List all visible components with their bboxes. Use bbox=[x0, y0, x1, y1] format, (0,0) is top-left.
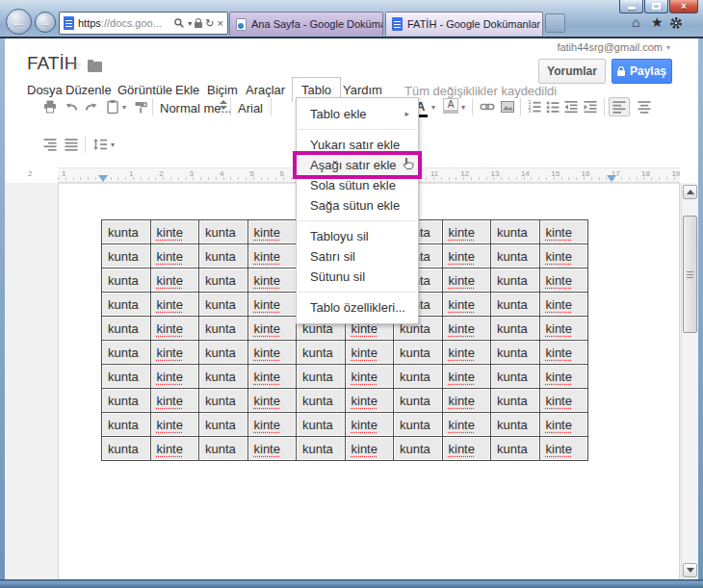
menubar-item-4[interactable]: Ekle bbox=[175, 83, 199, 97]
table-cell[interactable]: kinte bbox=[539, 317, 588, 341]
highlight-color-button[interactable]: A bbox=[443, 98, 458, 114]
home-icon[interactable]: ⌂ bbox=[632, 15, 639, 29]
table-cell[interactable]: kinte bbox=[150, 268, 199, 293]
table-cell[interactable]: kunta bbox=[102, 413, 151, 437]
table-cell[interactable]: kunta bbox=[102, 437, 151, 461]
table-cell[interactable]: kinte bbox=[539, 389, 588, 413]
scroll-up-button[interactable] bbox=[683, 185, 697, 199]
folder-icon[interactable] bbox=[88, 62, 102, 72]
table-cell[interactable]: kunta bbox=[491, 317, 540, 341]
table-cell[interactable]: kinte bbox=[539, 268, 588, 293]
font-select[interactable]: Arial bbox=[238, 101, 263, 115]
tab-ana-sayfa[interactable]: Ana Sayfa - Google Dokümanlar bbox=[229, 12, 383, 36]
table-cell[interactable]: kinte bbox=[442, 341, 491, 365]
table-cell[interactable]: kinte bbox=[345, 365, 394, 389]
search-icon[interactable] bbox=[173, 17, 185, 29]
table-cell[interactable]: kinte bbox=[442, 293, 491, 317]
table-cell[interactable]: kinte bbox=[247, 341, 297, 365]
table-cell[interactable]: kunta bbox=[297, 413, 346, 437]
table-cell[interactable]: kunta bbox=[102, 317, 151, 341]
comments-button[interactable]: Yorumlar bbox=[538, 59, 606, 84]
table-cell[interactable]: kinte bbox=[539, 413, 588, 437]
table-cell[interactable]: kinte bbox=[442, 317, 491, 341]
scroll-down-button[interactable] bbox=[683, 563, 697, 577]
table-cell[interactable]: kinte bbox=[150, 220, 199, 244]
table-cell[interactable]: kunta bbox=[297, 389, 346, 413]
table-cell[interactable]: kinte bbox=[442, 389, 491, 413]
table-cell[interactable]: kinte bbox=[150, 437, 199, 461]
table-menu-item[interactable]: Satırı sil bbox=[297, 246, 418, 267]
table-cell[interactable]: kunta bbox=[491, 244, 540, 268]
table-cell[interactable]: kunta bbox=[199, 268, 248, 293]
table-cell[interactable]: kunta bbox=[199, 437, 248, 461]
paste-button[interactable] bbox=[105, 99, 120, 115]
table-cell[interactable]: kinte bbox=[150, 413, 199, 437]
table-menu-item-highlighted[interactable]: Aşağı satır ekle bbox=[297, 155, 418, 175]
new-tab-button[interactable] bbox=[545, 13, 565, 33]
right-indent-marker[interactable] bbox=[607, 175, 616, 182]
table-cell[interactable]: kinte bbox=[150, 244, 199, 268]
style-updown-icon[interactable] bbox=[220, 100, 227, 110]
undo-button[interactable] bbox=[64, 99, 79, 115]
close-window-button[interactable]: × bbox=[669, 0, 698, 13]
table-cell[interactable]: kunta bbox=[102, 341, 151, 365]
share-button[interactable]: Paylaş bbox=[612, 59, 672, 84]
menubar-item-3[interactable]: Görüntüle bbox=[117, 83, 172, 97]
align-center-button[interactable] bbox=[637, 99, 652, 115]
table-cell[interactable]: kunta bbox=[491, 437, 540, 461]
table-cell[interactable]: kinte bbox=[345, 437, 394, 461]
table-cell[interactable]: kunta bbox=[199, 317, 248, 341]
table-cell[interactable]: kunta bbox=[491, 365, 540, 389]
table-cell[interactable]: kunta bbox=[199, 365, 248, 389]
table-cell[interactable]: kinte bbox=[247, 365, 297, 389]
table-cell[interactable]: kinte bbox=[150, 389, 199, 413]
maximize-button[interactable] bbox=[644, 0, 668, 13]
table-cell[interactable]: kinte bbox=[247, 413, 297, 437]
table-cell[interactable]: kunta bbox=[199, 389, 248, 413]
table-cell[interactable]: kunta bbox=[102, 244, 151, 268]
url-text[interactable]: https://docs.goo... bbox=[78, 17, 169, 29]
table-cell[interactable]: kinte bbox=[150, 341, 199, 365]
bulleted-list-button[interactable] bbox=[545, 99, 560, 115]
table-cell[interactable]: kinte bbox=[247, 317, 297, 341]
table-cell[interactable]: kunta bbox=[102, 389, 151, 413]
table-cell[interactable]: kunta bbox=[297, 341, 346, 365]
settings-gear-icon[interactable] bbox=[669, 16, 683, 30]
indent-button[interactable] bbox=[583, 99, 598, 115]
align-right-button[interactable] bbox=[42, 137, 58, 152]
menubar-item-8[interactable]: Yardım bbox=[343, 83, 382, 97]
table-cell[interactable]: kunta bbox=[491, 220, 540, 244]
table-cell[interactable]: kunta bbox=[199, 220, 248, 244]
line-spacing-dropdown[interactable]: ▾ bbox=[111, 141, 115, 149]
table-cell[interactable]: kinte bbox=[539, 293, 588, 317]
refresh-icon[interactable]: ↻ bbox=[205, 18, 214, 29]
table-cell[interactable]: kunta bbox=[199, 413, 248, 437]
table-cell[interactable]: kinte bbox=[150, 317, 199, 341]
table-cell[interactable]: kunta bbox=[199, 244, 248, 268]
table-cell[interactable]: kunta bbox=[102, 365, 151, 389]
favorites-star-icon[interactable]: ★ bbox=[651, 15, 664, 29]
justify-button[interactable] bbox=[64, 137, 79, 152]
table-cell[interactable]: kinte bbox=[539, 365, 588, 389]
table-cell[interactable]: kinte bbox=[345, 413, 394, 437]
table-cell[interactable]: kinte bbox=[442, 437, 491, 461]
table-cell[interactable]: kunta bbox=[102, 220, 151, 244]
outdent-button[interactable] bbox=[563, 99, 579, 115]
table-cell[interactable]: kinte bbox=[345, 341, 394, 365]
table-cell[interactable]: kinte bbox=[247, 437, 297, 461]
paste-dropdown[interactable]: ▾ bbox=[122, 104, 126, 112]
menubar-item-6[interactable]: Araçlar bbox=[246, 83, 285, 97]
table-cell[interactable]: kunta bbox=[297, 365, 346, 389]
table-cell[interactable]: kunta bbox=[491, 389, 540, 413]
table-menu-item[interactable]: Sola sütun ekle bbox=[297, 175, 418, 195]
table-cell[interactable]: kinte bbox=[247, 244, 297, 268]
table-cell[interactable]: kunta bbox=[394, 365, 443, 389]
account-menu[interactable]: fatih44srg@gmail.com ▾ bbox=[557, 41, 670, 53]
numbered-list-button[interactable]: 123 bbox=[527, 99, 542, 115]
table-cell[interactable]: kunta bbox=[297, 437, 346, 461]
stop-icon[interactable]: × bbox=[218, 18, 223, 29]
table-cell[interactable]: kinte bbox=[539, 244, 588, 268]
table-cell[interactable]: kinte bbox=[442, 220, 491, 244]
insert-link-button[interactable] bbox=[480, 99, 495, 115]
insert-image-button[interactable] bbox=[500, 99, 515, 115]
